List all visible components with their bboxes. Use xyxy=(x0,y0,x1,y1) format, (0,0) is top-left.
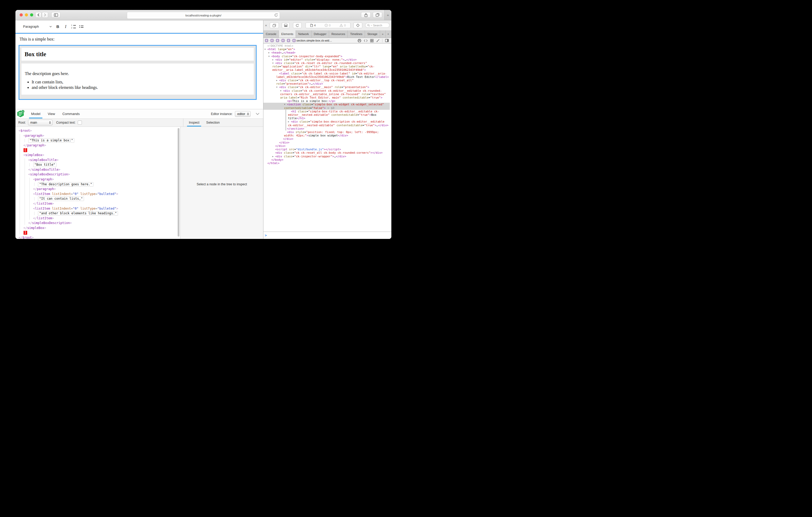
dom-tree-line[interactable]: </body> xyxy=(263,158,390,161)
dock-bottom-button[interactable] xyxy=(282,23,290,28)
detach-inspector-button[interactable] xyxy=(270,23,279,28)
share-button[interactable] xyxy=(361,12,371,18)
dom-tree-line[interactable]: <div style="position: fixed; top: 0px; l… xyxy=(263,130,390,137)
model-tree[interactable]: <$root><paragraph>"This is a simple box:… xyxy=(16,127,180,239)
minimize-window-button[interactable] xyxy=(25,13,28,17)
devtools-tab-network[interactable]: Network xyxy=(296,30,311,38)
inspector-tab-commands[interactable]: Commands xyxy=(59,109,83,118)
model-text-node[interactable]: "This is a simple box:" xyxy=(28,138,74,143)
collapse-inspector-button[interactable] xyxy=(256,113,260,115)
devtools-tab-storage[interactable]: Storage xyxy=(365,30,380,38)
dom-tree-line[interactable]: ▶<div class="ck-inspector-wrapper">…</di… xyxy=(263,155,390,158)
paragraph-dropdown[interactable]: Paragraph xyxy=(23,25,54,29)
disclosure-closed-icon[interactable]: ▶ xyxy=(288,120,291,123)
dom-tree[interactable]: <!DOCTYPE html>▼<html lang="en">▶<head>…… xyxy=(263,43,392,232)
dom-tree-line[interactable]: <p>This is a simple box:</p> xyxy=(263,99,390,103)
details-sidebar-icon[interactable] xyxy=(385,39,389,42)
disclosure-open-icon[interactable]: ▼ xyxy=(280,89,283,93)
breadcrumb-element-badge[interactable]: E xyxy=(276,39,279,42)
model-tree-line[interactable]: <listItem listIndent="0" listType="bulle… xyxy=(16,206,180,211)
simple-box-description[interactable]: The description goes here. It can contai… xyxy=(22,63,254,95)
devtools-add-tab-button[interactable]: + xyxy=(385,30,391,38)
new-tab-button[interactable]: + xyxy=(384,10,392,20)
dom-tree-line[interactable]: ▼<div class="ck ck-content ck-editor__ed… xyxy=(263,89,390,99)
close-inspector-button[interactable]: × xyxy=(265,20,267,30)
model-tree-line[interactable]: </listItem> xyxy=(16,201,180,206)
model-tree-line[interactable]: ] xyxy=(16,230,180,235)
sidebar-toggle-button[interactable] xyxy=(51,12,60,18)
model-tree-line[interactable]: "The description goes here." xyxy=(16,182,180,187)
breadcrumb-element-badge[interactable]: E xyxy=(287,39,290,42)
devtools-tab-overflow[interactable]: » xyxy=(380,30,385,38)
devtools-tab-elements[interactable]: Elements xyxy=(279,30,296,38)
tab-overview-button[interactable] xyxy=(373,12,382,18)
editor-instance-select[interactable]: editor xyxy=(235,111,251,117)
devtools-tab-debugger[interactable]: Debugger xyxy=(312,30,329,38)
address-bar[interactable]: localhost/creating-a-plugin/ xyxy=(127,12,280,19)
model-tree-line[interactable]: <simpleBoxTitle> xyxy=(16,158,180,162)
model-tree-line[interactable]: </$root> xyxy=(16,235,180,239)
model-tree-line[interactable]: [ xyxy=(16,148,180,153)
inspector-tab-view[interactable]: View xyxy=(44,109,59,118)
layout-grid-icon[interactable] xyxy=(370,39,374,42)
model-tree-line[interactable]: </simpleBoxDescription> xyxy=(16,221,180,225)
root-select[interactable]: main xyxy=(28,120,53,125)
disclosure-open-icon[interactable]: ▼ xyxy=(284,103,287,106)
model-tree-line[interactable]: <simpleBox> xyxy=(16,153,180,158)
dom-tree-line[interactable]: ▶<head>…</head> xyxy=(263,51,390,54)
breadcrumb-element-badge[interactable]: E xyxy=(270,39,273,42)
show-source-icon[interactable] xyxy=(364,39,368,42)
disclosure-open-icon[interactable]: ▼ xyxy=(276,86,279,89)
devtools-tab-console[interactable]: Console xyxy=(263,30,279,38)
dom-tree-line[interactable]: ▼<div class="ck ck-reset ck-editor ck-ro… xyxy=(263,61,390,72)
disclosure-closed-icon[interactable]: ▶ xyxy=(268,51,271,54)
dom-tree-line[interactable]: ▼<section class="simple-box ck-widget ck… xyxy=(263,103,390,110)
disclosure-open-icon[interactable]: ▼ xyxy=(268,55,271,58)
disclosure-closed-icon[interactable]: ▶ xyxy=(272,155,275,158)
dom-tree-line[interactable]: ▶<div id="editor" style="display: none;"… xyxy=(263,58,390,61)
reload-icon[interactable] xyxy=(274,13,278,17)
dom-tree-line[interactable]: <h1 class="simple-box-title ck-editor__e… xyxy=(263,110,390,120)
close-window-button[interactable] xyxy=(20,13,23,17)
dom-tree-line[interactable]: ▼<html lang="en"> xyxy=(263,48,390,51)
dom-tree-line[interactable]: ▶<div class="ck ck-editor__top ck-reset_… xyxy=(263,79,390,86)
inspector-tab-model[interactable]: Model xyxy=(27,109,44,118)
model-tree-line[interactable]: <paragraph> xyxy=(16,177,180,182)
bold-button[interactable]: B xyxy=(54,23,62,31)
pane-tab-selection[interactable]: Selection xyxy=(203,119,223,126)
element-picker-button[interactable] xyxy=(353,23,362,28)
back-button[interactable] xyxy=(35,12,41,18)
model-tree-line[interactable]: </listItem> xyxy=(16,216,180,221)
model-text-node[interactable]: "and other block elements like headings.… xyxy=(38,211,118,216)
dom-tree-line[interactable]: </div> xyxy=(263,141,390,144)
dom-tree-line[interactable]: <!DOCTYPE html> xyxy=(263,44,390,48)
editor-paragraph[interactable]: This is a simple box: xyxy=(20,37,54,41)
dom-tree-line[interactable]: ▼<body class="ck-inspector-body-expanded… xyxy=(263,55,390,58)
model-tree-line[interactable]: </paragraph> xyxy=(16,187,180,191)
print-styles-icon[interactable] xyxy=(357,39,361,42)
breadcrumb-current[interactable]: section.simple-box.ck-wid… xyxy=(296,39,332,42)
devtools-settings-gear-icon[interactable] xyxy=(391,30,392,38)
compact-text-checkbox[interactable] xyxy=(78,121,82,125)
simple-box-widget[interactable]: Box title The description goes here. It … xyxy=(19,45,257,100)
model-tree-line[interactable]: </paragraph> xyxy=(16,143,180,148)
dom-tree-line[interactable]: <label class="ck ck-label ck-voice-label… xyxy=(263,72,390,79)
disclosure-open-icon[interactable]: ▼ xyxy=(264,48,267,51)
disclosure-open-icon[interactable]: ▼ xyxy=(272,61,275,65)
model-tree-line[interactable]: </simpleBox> xyxy=(16,225,180,231)
simple-box-title[interactable]: Box title xyxy=(22,48,254,61)
model-text-node[interactable]: "The description goes here." xyxy=(38,182,93,187)
issues-summary[interactable]: 4 0 0 xyxy=(306,23,351,28)
model-text-node[interactable]: "Box title" xyxy=(33,162,57,167)
description-list-item[interactable]: and other block elements like headings. xyxy=(32,85,251,90)
dom-tree-line[interactable]: </div> xyxy=(263,137,390,141)
model-tree-scrollbar[interactable] xyxy=(178,128,179,237)
editor-editable-area[interactable]: This is a simple box: Box title The desc… xyxy=(16,34,263,109)
model-tree-line[interactable]: "It can contain lists," xyxy=(16,196,180,201)
model-tree-line[interactable]: "and other block elements like headings.… xyxy=(16,211,180,216)
model-tree-line[interactable]: <paragraph> xyxy=(16,133,180,138)
dom-tree-line[interactable]: </section> xyxy=(263,127,390,130)
zoom-window-button[interactable] xyxy=(30,13,33,17)
forward-button[interactable] xyxy=(42,12,48,18)
console-prompt[interactable]: > xyxy=(263,232,392,239)
